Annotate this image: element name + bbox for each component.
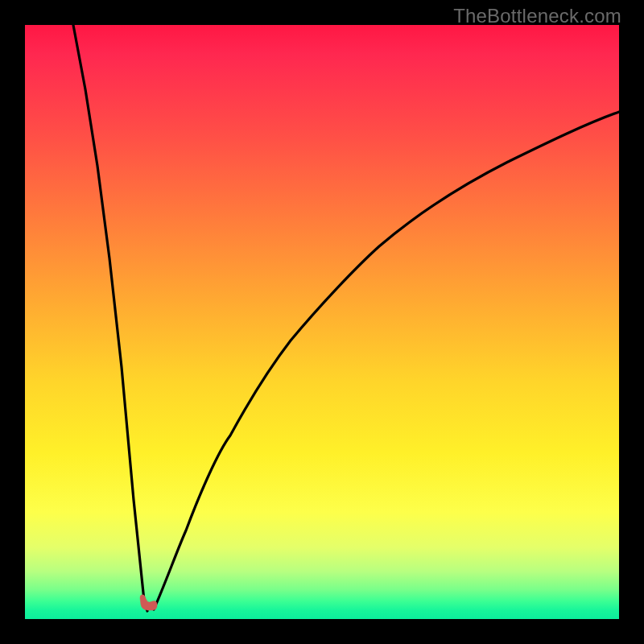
curve-layer [25,25,619,619]
watermark-text: TheBottleneck.com [453,5,621,27]
curve-right-branch [154,112,619,609]
curve-left-branch [73,25,147,611]
chart-area [25,25,619,619]
bottleneck-marker [137,592,159,614]
